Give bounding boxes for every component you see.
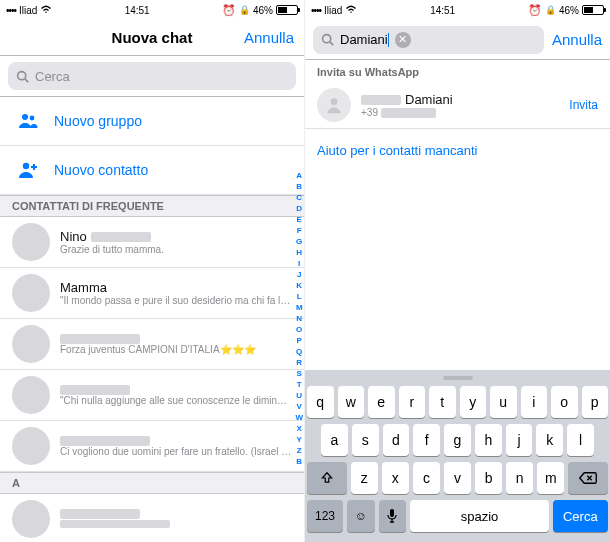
index-letter[interactable]: W — [295, 412, 303, 423]
index-letter[interactable]: N — [295, 313, 303, 324]
index-letter[interactable]: C — [295, 192, 303, 203]
key-e[interactable]: e — [368, 386, 395, 418]
key-b[interactable]: b — [475, 462, 502, 494]
index-letter[interactable]: E — [295, 214, 303, 225]
key-t[interactable]: t — [429, 386, 456, 418]
text-cursor — [388, 33, 389, 47]
key-i[interactable]: i — [521, 386, 548, 418]
avatar — [12, 274, 50, 312]
key-m[interactable]: m — [537, 462, 564, 494]
index-letter[interactable]: S — [295, 368, 303, 379]
key-z[interactable]: z — [351, 462, 378, 494]
index-letter[interactable]: B — [295, 456, 303, 467]
invite-row[interactable]: Damiani +39 Invita — [305, 82, 610, 129]
index-letter[interactable]: K — [295, 280, 303, 291]
index-letter[interactable]: B — [295, 181, 303, 192]
new-group-row[interactable]: Nuovo gruppo — [0, 97, 304, 146]
avatar-placeholder-icon — [317, 88, 351, 122]
key-h[interactable]: h — [475, 424, 502, 456]
svg-line-6 — [330, 42, 333, 45]
index-letter[interactable]: O — [295, 324, 303, 335]
clock: 14:51 — [430, 5, 455, 16]
index-letter[interactable]: I — [295, 258, 303, 269]
redacted — [381, 108, 436, 118]
key-y[interactable]: y — [460, 386, 487, 418]
svg-point-7 — [331, 98, 338, 105]
search-key[interactable]: Cerca — [553, 500, 608, 532]
add-contact-icon — [14, 156, 42, 184]
index-letter[interactable]: R — [295, 357, 303, 368]
index-letter[interactable]: M — [295, 302, 303, 313]
index-letter[interactable]: Z — [295, 445, 303, 456]
section-index[interactable]: ABCDEFGHIJKLMNOPQRSTUVWXYZB — [295, 170, 303, 467]
status-bar: •••• Iliad 14:51 ⏰ 🔒 46% — [305, 0, 610, 20]
key-f[interactable]: f — [413, 424, 440, 456]
key-x[interactable]: x — [382, 462, 409, 494]
search-input[interactable]: Damiani — [340, 32, 389, 47]
invite-button[interactable]: Invita — [569, 98, 598, 112]
index-letter[interactable]: G — [295, 236, 303, 247]
key-k[interactable]: k — [536, 424, 563, 456]
search-field[interactable]: Damiani ✕ — [313, 26, 544, 54]
space-key[interactable]: spazio — [410, 500, 548, 532]
index-letter[interactable]: L — [295, 291, 303, 302]
new-contact-row[interactable]: Nuovo contatto — [0, 146, 304, 195]
page-title: Nuova chat — [112, 29, 193, 46]
phone-prefix: +39 — [361, 107, 378, 118]
numbers-key[interactable]: 123 — [307, 500, 343, 532]
index-letter[interactable]: F — [295, 225, 303, 236]
key-r[interactable]: r — [399, 386, 426, 418]
contact-row[interactable]: Mamma "Il mondo passa e pure il suo desi… — [0, 268, 304, 319]
contact-row[interactable]: Nino Grazie di tutto mamma. — [0, 217, 304, 268]
svg-point-5 — [323, 35, 331, 43]
key-p[interactable]: p — [582, 386, 609, 418]
cancel-button[interactable]: Annulla — [552, 31, 602, 48]
cancel-button[interactable]: Annulla — [244, 29, 294, 46]
index-letter[interactable]: P — [295, 335, 303, 346]
emoji-key[interactable]: ☺ — [347, 500, 375, 532]
contact-row[interactable]: Ci vogliono due uomini per fare un frate… — [0, 421, 304, 472]
key-l[interactable]: l — [567, 424, 594, 456]
search-field[interactable] — [8, 62, 296, 90]
key-q[interactable]: q — [307, 386, 334, 418]
key-w[interactable]: w — [338, 386, 365, 418]
clear-icon[interactable]: ✕ — [395, 32, 411, 48]
contact-row[interactable]: Forza juventus CAMPIONI D'ITALIA⭐⭐⭐ — [0, 319, 304, 370]
key-a[interactable]: a — [321, 424, 348, 456]
index-letter[interactable]: Q — [295, 346, 303, 357]
avatar — [12, 500, 50, 538]
key-u[interactable]: u — [490, 386, 517, 418]
contact-row[interactable] — [0, 494, 304, 542]
signal-dots: •••• — [6, 5, 16, 16]
index-letter[interactable]: Y — [295, 434, 303, 445]
key-n[interactable]: n — [506, 462, 533, 494]
avatar — [12, 223, 50, 261]
svg-point-3 — [30, 116, 35, 121]
key-s[interactable]: s — [352, 424, 379, 456]
index-letter[interactable]: A — [295, 170, 303, 181]
search-input[interactable] — [35, 69, 288, 84]
key-o[interactable]: o — [551, 386, 578, 418]
index-letter[interactable]: D — [295, 203, 303, 214]
backspace-key[interactable] — [568, 462, 608, 494]
keyboard-handle[interactable] — [443, 376, 473, 380]
svg-line-1 — [25, 78, 28, 81]
index-letter[interactable]: U — [295, 390, 303, 401]
contact-row[interactable]: "Chi nulla aggiunge alle sue conoscenze … — [0, 370, 304, 421]
key-j[interactable]: j — [506, 424, 533, 456]
mic-key[interactable] — [379, 500, 407, 532]
index-letter[interactable]: T — [295, 379, 303, 390]
key-c[interactable]: c — [413, 462, 440, 494]
key-d[interactable]: d — [383, 424, 410, 456]
key-g[interactable]: g — [444, 424, 471, 456]
index-letter[interactable]: X — [295, 423, 303, 434]
help-link[interactable]: Aiuto per i contatti mancanti — [305, 129, 610, 172]
index-letter[interactable]: J — [295, 269, 303, 280]
signal-dots: •••• — [311, 5, 321, 16]
key-v[interactable]: v — [444, 462, 471, 494]
index-letter[interactable]: V — [295, 401, 303, 412]
index-letter[interactable]: H — [295, 247, 303, 258]
clock: 14:51 — [125, 5, 150, 16]
redacted — [60, 385, 130, 395]
shift-key[interactable] — [307, 462, 347, 494]
